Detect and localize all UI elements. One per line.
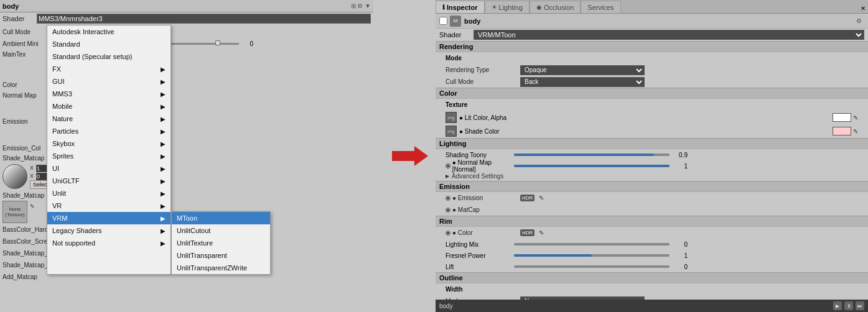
submenu-unlit-cutout[interactable]: UnlitCutout [172,224,270,237]
lit-color-label: ● Lit Color, Alpha [459,114,833,121]
dropdown-item-mms3[interactable]: MMS3 ▶ [47,88,170,100]
emission-section-header: Emission [436,181,868,192]
submenu-unlit-texture[interactable]: UnlitTexture [172,237,270,249]
inspector-tabs: ℹ Inspector ☀ Lighting ◉ Occlusion Servi… [436,0,868,14]
unlit-arrow: ▶ [161,190,166,197]
emission-section-title: Emission [439,183,470,190]
color-section-title: Color [439,89,457,97]
shade-matcap-none: None (Texture) [2,201,27,223]
object-active-checkbox[interactable] [439,17,447,25]
color-section-header: Color [436,88,868,99]
dropdown-item-standard[interactable]: Standard [47,38,170,50]
cull-mode-insp-label: Cull Mode [446,78,520,85]
play-icon[interactable]: ▶ [833,301,842,310]
main-tex-label: MainTex [2,50,49,58]
width-subsection: Width [436,283,868,295]
advanced-settings-toggle[interactable]: ▶ Advanced Settings [436,172,868,181]
dropdown-item-nature[interactable]: Nature ▶ [47,112,170,125]
shading-toony-slider[interactable] [514,154,670,156]
dropdown-item-fx[interactable]: FX ▶ [47,63,170,75]
matcap-label: ● MatCap [446,206,520,213]
tab-inspector[interactable]: ℹ Inspector [436,1,485,13]
skybox-arrow: ▶ [161,140,166,147]
lift-slider[interactable] [514,265,670,268]
bottom-bar-icons: ▶ ⏸ ⏭ [833,301,864,310]
shade-matcap-preview [2,164,27,189]
skip-icon[interactable]: ⏭ [856,301,864,310]
shading-toony-label: Shading Toony [446,152,514,158]
dropdown-item-gui[interactable]: GUI ▶ [47,75,170,88]
dropdown-item-unigltf[interactable]: UniGLTF ▶ [47,175,170,187]
submenu-mtoon[interactable]: MToon [172,212,270,224]
rendering-type-label: Rendering Type [446,67,520,73]
fresnel-power-value: 1 [672,252,688,259]
dropdown-item-unlit[interactable]: Unlit ▶ [47,187,170,200]
main-dropdown: Autodesk Interactive Standard Standard (… [47,25,171,275]
shader-dropdown[interactable]: MMS3/Mnmrshader3 [37,14,371,24]
rendering-type-dropdown[interactable]: Opaque [520,65,645,75]
shade-matcap1-label: Shade_Matcap [2,155,52,162]
vrm-arrow: ▶ [161,215,166,222]
fresnel-power-row: Fresnel Power 1 [436,250,868,261]
inspector-shader-label: Shader [439,31,474,39]
dropdown-item-legacy[interactable]: Legacy Shaders ▶ [47,224,170,237]
mobile-arrow: ▶ [161,103,166,110]
outline-section-header: Outline [436,272,868,283]
dropdown-item-vr[interactable]: VR ▶ [47,200,170,212]
shade-color-thumb: img [446,126,457,137]
submenu-unlit-transparent-zwrite[interactable]: UnlitTransparentZWrite [172,262,270,274]
emission-insp-row: ● Emission HDR ✎ [436,192,868,204]
object-name: body [464,17,856,25]
submenu-unlit-transparent[interactable]: UnlitTransparent [172,249,270,262]
emission-insp-label: ● Emission [446,195,520,201]
shade-color-swatch[interactable] [833,127,851,135]
lighting-mix-slider[interactable] [514,243,670,245]
emission-radio[interactable] [446,196,450,201]
dropdown-item-skybox[interactable]: Skybox ▶ [47,137,170,150]
rendering-type-row: Rendering Type Opaque [436,64,868,76]
cull-mode-insp-dropdown[interactable]: Back [520,77,645,87]
tab-occlusion[interactable]: ◉ Occlusion [530,1,581,13]
rim-color-row: ● Color HDR ✎ [436,227,868,239]
object-avatar: M [450,16,461,27]
normal-map-label: Normal Map [2,91,49,99]
mode-label: Mode [446,55,462,62]
left-panel-header: body ⊞ ⚙ ▼ [0,0,373,12]
dropdown-item-ui[interactable]: UI ▶ [47,162,170,175]
rim-color-label: ● Color [446,229,520,236]
tab-services[interactable]: Services [581,1,620,13]
dropdown-item-autodesk[interactable]: Autodesk Interactive [47,25,170,38]
outline-section-title: Outline [439,274,463,282]
inspector-close-icon[interactable]: ✕ [858,4,868,13]
lit-color-thumb: img [446,112,457,123]
dropdown-item-not-supported[interactable]: Not supported ▶ [47,237,170,249]
object-options-icon[interactable]: ⚙ [856,17,862,24]
bottom-bar-object-name: body [439,303,833,310]
dropdown-item-standard-specular[interactable]: Standard (Specular setup) [47,50,170,63]
shader-dropdown-menu: Autodesk Interactive Standard Standard (… [47,25,271,275]
inspector-shader-dropdown[interactable]: VRM/MToon [474,30,864,40]
rendering-section-header: Rendering [436,41,868,52]
lit-color-edit[interactable]: ✎ [853,114,858,121]
vr-arrow: ▶ [161,203,166,209]
fresnel-power-slider[interactable] [514,254,670,257]
dropdown-item-mobile[interactable]: Mobile ▶ [47,100,170,112]
dropdown-item-particles[interactable]: Particles ▶ [47,125,170,137]
unigltf-arrow: ▶ [161,178,166,185]
pause-icon[interactable]: ⏸ [844,301,853,310]
rim-color-radio[interactable] [446,231,450,236]
color-label: Color [2,81,52,88]
dropdown-item-sprites[interactable]: Sprites ▶ [47,150,170,162]
rim-color-edit[interactable]: ✎ [539,229,544,236]
lighting-icon: ☀ [492,4,497,11]
tab-lighting[interactable]: ☀ Lighting [485,1,530,13]
normal-map-radio[interactable] [446,163,450,168]
shade-matcap-none-edit[interactable]: ✎ [30,203,35,209]
normal-map-slider[interactable] [514,165,670,167]
shade-color-edit[interactable]: ✎ [853,128,858,135]
dropdown-item-vrm[interactable]: VRM ▶ [47,212,170,224]
lit-color-swatch[interactable] [833,113,851,122]
matcap-radio[interactable] [446,208,450,213]
ui-arrow: ▶ [161,165,166,172]
emission-edit-icon[interactable]: ✎ [539,195,544,201]
